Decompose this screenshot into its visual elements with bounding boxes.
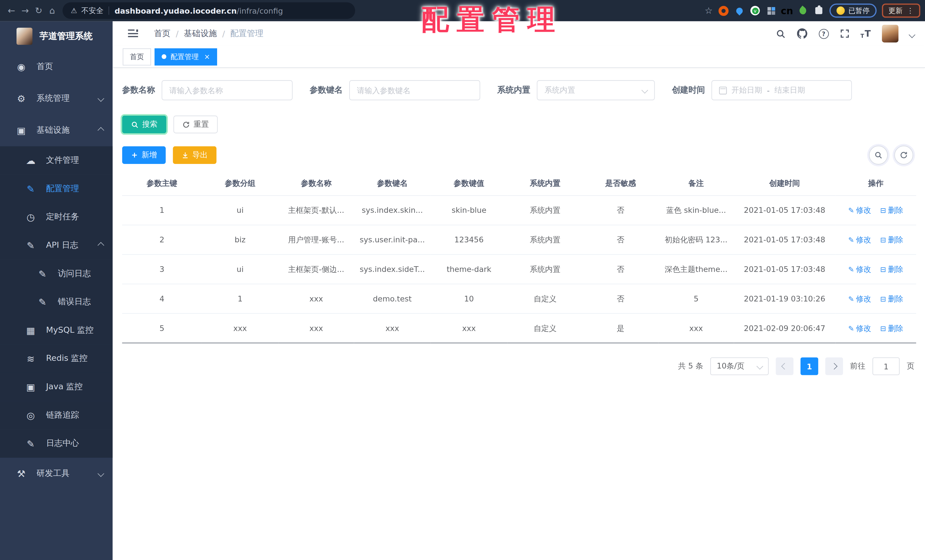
address-bar[interactable]: ⚠ 不安全 dashboard.yudao.iocoder.cn/infra/c…: [63, 2, 355, 19]
edit-link[interactable]: ✎修改: [848, 323, 871, 334]
update-button[interactable]: 更新 ⋮: [882, 3, 920, 18]
cell: 自定义: [534, 324, 557, 333]
edit-link[interactable]: ✎修改: [848, 264, 871, 274]
app-logo-row: 芋道管理系统: [0, 21, 113, 51]
redis-icon: ≋: [24, 353, 37, 364]
date-range-picker[interactable]: 开始日期 - 结束日期: [712, 80, 852, 100]
extension-orange-icon[interactable]: [718, 5, 728, 16]
app-title: 芋道管理系统: [39, 30, 93, 42]
add-button[interactable]: 新增: [122, 146, 166, 164]
back-icon[interactable]: ←: [5, 5, 18, 16]
sidebar-item-api-log[interactable]: ✎ API 日志: [0, 231, 113, 260]
col-header: 参数分组: [202, 172, 279, 196]
current-page[interactable]: 1: [800, 357, 818, 375]
sidebar-item-infra[interactable]: ▣ 基础设施: [0, 114, 113, 146]
extension-cn-icon[interactable]: cn: [782, 5, 792, 16]
sidebar-item-log-center[interactable]: ✎ 日志中心: [0, 429, 113, 458]
delete-link[interactable]: ⊟删除: [880, 294, 903, 304]
start-date-placeholder: 开始日期: [731, 85, 762, 95]
param-name-input[interactable]: [162, 80, 293, 100]
breadcrumb-home[interactable]: 首页: [154, 29, 170, 39]
sidebar-item-error-log[interactable]: ✎ 错误日志: [0, 288, 113, 316]
prev-page-button[interactable]: [776, 357, 794, 375]
sidebar-item-file[interactable]: ☁ 文件管理: [0, 146, 113, 175]
breadcrumb-infra[interactable]: 基础设施: [184, 29, 217, 39]
toggle-search-button[interactable]: [869, 146, 888, 164]
cell: 深色主题theme...: [665, 265, 728, 273]
refresh-button[interactable]: [894, 146, 913, 164]
extension-green-v-icon[interactable]: v: [750, 5, 760, 16]
search-button[interactable]: 搜索: [122, 116, 167, 133]
home-icon[interactable]: ⌂: [45, 5, 59, 16]
font-size-icon[interactable]: TT: [860, 29, 871, 39]
log-icon: ✎: [24, 438, 37, 449]
reset-button[interactable]: 重置: [173, 116, 218, 133]
table-row: 4 1 xxx demo.test 10 自定义 否 5 2021-01-19 …: [122, 284, 916, 314]
delete-link[interactable]: ⊟删除: [880, 264, 903, 274]
extension-pin-icon[interactable]: [734, 5, 744, 16]
tab-config[interactable]: 配置管理 ×: [155, 48, 217, 65]
edit-link[interactable]: ✎修改: [848, 294, 871, 304]
tab-home[interactable]: 首页: [123, 48, 151, 65]
extension-puzzle-icon[interactable]: [814, 5, 824, 16]
forward-icon[interactable]: →: [18, 5, 32, 16]
delete-link[interactable]: ⊟删除: [880, 235, 903, 245]
export-button[interactable]: 导出: [173, 146, 217, 164]
param-key-input[interactable]: [349, 80, 480, 100]
avatar-caret-icon[interactable]: [910, 28, 914, 39]
cell: 2021-01-19 03:10:26: [744, 294, 826, 303]
java-icon: ▣: [24, 381, 37, 392]
monitor-icon: ▣: [15, 125, 28, 136]
cell: 2: [160, 235, 164, 244]
tools-icon: ⚒: [15, 468, 28, 479]
cell: ui: [237, 265, 244, 274]
edit-icon: ✎: [848, 324, 854, 333]
delete-link[interactable]: ⊟删除: [880, 323, 903, 334]
sidebar-item-java[interactable]: ▣ Java 监控: [0, 373, 113, 401]
cell: theme-dark: [447, 265, 491, 274]
fullscreen-icon[interactable]: [840, 29, 849, 38]
github-icon[interactable]: [797, 29, 807, 39]
collapse-menu-icon[interactable]: [128, 30, 139, 38]
user-avatar[interactable]: [882, 25, 898, 42]
trash-icon: ⊟: [880, 236, 886, 244]
cell: 10: [464, 294, 474, 303]
col-header: 参数键值: [431, 172, 507, 196]
col-header: 参数名称: [279, 172, 354, 196]
goto-page-input[interactable]: [872, 357, 899, 375]
sidebar-item-home[interactable]: ◉ 首页: [0, 51, 113, 83]
cell: demo.test: [373, 294, 411, 303]
reload-icon[interactable]: ↻: [32, 5, 45, 16]
cell: 否: [617, 265, 624, 273]
search-icon[interactable]: [776, 29, 785, 39]
log-icon: ✎: [24, 240, 37, 251]
extension-leaf-icon[interactable]: [798, 5, 808, 16]
sidebar-item-job[interactable]: ◷ 定时任务: [0, 203, 113, 231]
delete-link[interactable]: ⊟删除: [880, 205, 903, 215]
close-tab-icon[interactable]: ×: [204, 53, 210, 61]
trash-icon: ⊟: [880, 295, 886, 303]
sidebar-item-mysql[interactable]: ▦ MySQL 监控: [0, 316, 113, 345]
sidebar-item-trace[interactable]: ◎ 链路追踪: [0, 401, 113, 430]
cell: 否: [617, 205, 624, 214]
next-page-button[interactable]: [825, 357, 843, 375]
edit-link[interactable]: ✎修改: [848, 235, 871, 245]
paused-badge[interactable]: 已暂停: [830, 3, 877, 18]
chevron-down-icon: [98, 95, 104, 102]
sidebar-item-config[interactable]: ✎ 配置管理: [0, 175, 113, 203]
help-icon[interactable]: ?: [819, 29, 829, 39]
cell: 初始化密码 123...: [665, 235, 728, 244]
cell: xxx: [462, 324, 476, 333]
sidebar-item-devtools[interactable]: ⚒ 研发工具: [0, 458, 113, 489]
log-icon: ✎: [36, 297, 49, 307]
builtin-select[interactable]: 系统内置: [537, 80, 655, 100]
col-header: 操作: [835, 172, 916, 196]
sidebar-item-system[interactable]: ⚙ 系统管理: [0, 83, 113, 114]
sidebar-item-access-log[interactable]: ✎ 访问日志: [0, 259, 113, 288]
extension-grid-icon[interactable]: [766, 5, 776, 16]
page-size-select[interactable]: 10条/页: [710, 357, 769, 375]
bookmark-star-icon[interactable]: ☆: [705, 5, 713, 16]
sidebar-item-redis[interactable]: ≋ Redis 监控: [0, 344, 113, 373]
cell: 用户管理-账号...: [288, 235, 344, 244]
edit-link[interactable]: ✎修改: [848, 205, 871, 215]
